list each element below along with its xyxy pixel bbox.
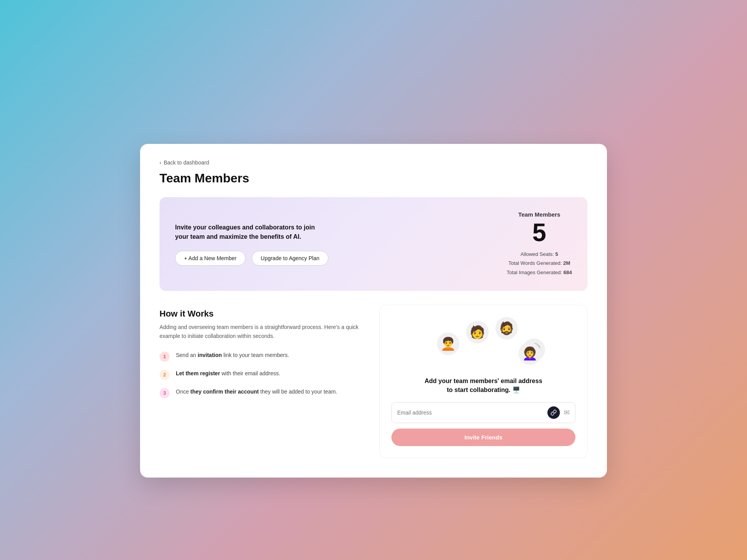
page-title: Team Members — [160, 171, 587, 186]
add-member-button[interactable]: + Add a New Member — [175, 251, 245, 266]
step-1: 1 Send an invitation link to your team m… — [160, 351, 368, 362]
allowed-seats-row: Allowed Seats: 5 — [507, 250, 572, 259]
promo-tagline: Invite your colleagues and collaborators… — [175, 223, 323, 242]
step-1-text: Send an invitation link to your team mem… — [176, 351, 289, 359]
promo-stats: Team Members 5 Allowed Seats: 5 Total Wo… — [507, 211, 572, 277]
copy-link-icon[interactable] — [547, 406, 560, 419]
email-input[interactable] — [397, 410, 544, 416]
promo-buttons: + Add a New Member Upgrade to Agency Pla… — [175, 251, 328, 266]
stats-number: 5 — [507, 220, 572, 245]
how-it-works-title: How it Works — [160, 309, 368, 319]
back-link[interactable]: ‹ Back to dashboard — [160, 159, 587, 166]
avatar-3: 🧔 — [495, 317, 518, 340]
invite-heading: Add your team members' email addressto s… — [424, 377, 542, 394]
step-1-number: 1 — [160, 352, 170, 362]
back-link-label: Back to dashboard — [164, 159, 209, 166]
avatars-area: 🧑‍🦱 🧑 🧔 🧓 👩‍🦱 — [429, 317, 538, 368]
upgrade-button[interactable]: Upgrade to Agency Plan — [252, 251, 328, 266]
stats-details: Allowed Seats: 5 Total Words Generated: … — [507, 250, 572, 277]
chevron-left-icon: ‹ — [160, 159, 161, 166]
invite-panel: 🧑‍🦱 🧑 🧔 🧓 👩‍🦱 Add your team members' ema… — [379, 305, 587, 458]
promo-left: Invite your colleagues and collaborators… — [175, 223, 328, 266]
step-2-number: 2 — [160, 370, 170, 380]
step-3-text: Once they confirm their account they wil… — [176, 388, 337, 396]
images-generated-row: Total Images Generated: 684 — [507, 268, 572, 277]
email-input-row: ✉ — [391, 402, 575, 423]
how-it-works-description: Adding and overseeing team members is a … — [160, 323, 368, 340]
step-3: 3 Once they confirm their account they w… — [160, 388, 368, 398]
promo-banner: Invite your colleagues and collaborators… — [160, 197, 587, 291]
how-it-works-section: How it Works Adding and overseeing team … — [160, 305, 368, 458]
bottom-grid: How it Works Adding and overseeing team … — [160, 305, 587, 458]
step-3-number: 3 — [160, 388, 170, 398]
envelope-icon: ✉ — [564, 408, 570, 417]
stats-title: Team Members — [507, 211, 572, 218]
invite-friends-button[interactable]: Invite Friends — [391, 429, 575, 446]
step-2: 2 Let them register with their email add… — [160, 369, 368, 380]
step-2-text: Let them register with their email addre… — [176, 369, 280, 378]
avatar-1: 🧑‍🦱 — [437, 332, 459, 355]
words-generated-row: Total Words Generated: 2M — [507, 259, 572, 268]
avatar-5: 👩‍🦱 — [519, 342, 541, 365]
avatar-2: 🧑 — [466, 321, 489, 343]
main-card: ‹ Back to dashboard Team Members Invite … — [140, 144, 607, 478]
steps-list: 1 Send an invitation link to your team m… — [160, 351, 368, 398]
